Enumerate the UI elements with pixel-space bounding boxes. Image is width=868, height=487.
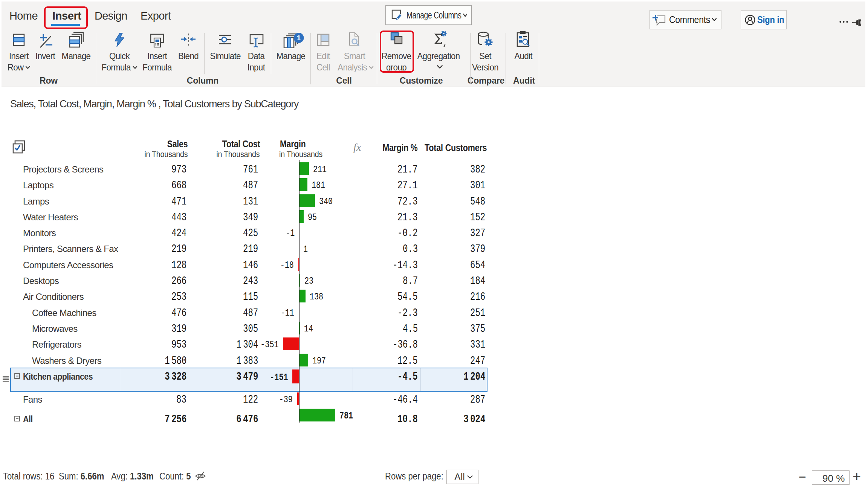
svg-text:1: 1 bbox=[297, 34, 301, 42]
